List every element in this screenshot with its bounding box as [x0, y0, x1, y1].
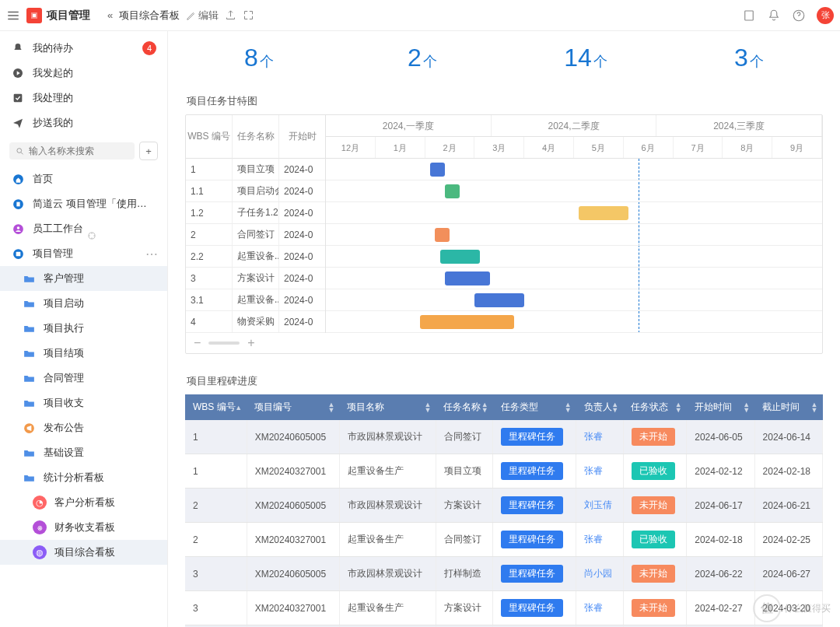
- status-tag: 未开始: [632, 599, 675, 617]
- sidebar-item-proj-finance[interactable]: 项目收支: [0, 391, 167, 415]
- zoom-slider[interactable]: [208, 342, 240, 345]
- table-row[interactable]: 2 XM20240605005 市政园林景观设计 方案设计 里程碑任务 刘玉倩 …: [185, 489, 823, 523]
- gantt-quarter: 2024,二季度: [492, 115, 657, 136]
- gantt-row[interactable]: 3方案设计2024-0: [186, 268, 325, 289]
- table-header[interactable]: 任务状态▲▼: [623, 394, 687, 420]
- sidebar-item-proj-mgmt[interactable]: 项目管理 ⋯: [0, 241, 167, 266]
- gantt-bar[interactable]: [435, 228, 450, 242]
- edit-button[interactable]: 编辑: [186, 9, 219, 23]
- sidebar-item-cc-me[interactable]: 抄送我的: [0, 110, 167, 135]
- status-tag: 未开始: [632, 428, 675, 446]
- gantt-lane: [326, 180, 822, 202]
- sidebar-item-proj-board[interactable]: ◍ 项目综合看板: [0, 540, 167, 565]
- owner-link[interactable]: 刘玉倩: [584, 499, 612, 510]
- user-avatar[interactable]: 张: [817, 7, 834, 24]
- svg-point-4: [17, 148, 22, 152]
- sidebar-item-proj-close[interactable]: 项目结项: [0, 341, 167, 366]
- check-icon: [11, 91, 25, 105]
- sidebar-item-label: 我处理的: [33, 91, 156, 105]
- help-icon[interactable]: [792, 9, 806, 23]
- bell-icon[interactable]: [767, 9, 781, 23]
- sidebar-item-cust-mgmt[interactable]: 客户管理: [0, 266, 167, 291]
- gantt-lane: [326, 311, 822, 333]
- owner-link[interactable]: 尚小园: [584, 568, 612, 579]
- sidebar-item-cust-board[interactable]: ◔ 客户分析看板: [0, 490, 167, 515]
- sidebar-item-basic-settings[interactable]: 基础设置: [0, 440, 167, 465]
- gantt-quarter: 2024,三季度: [656, 115, 822, 136]
- sidebar-item-guide[interactable]: 简道云 项目管理「使用说明」: [0, 191, 167, 216]
- sidebar-item-i-processed[interactable]: 我处理的: [0, 86, 167, 110]
- table-header[interactable]: 开始时间▲▼: [687, 394, 754, 420]
- gantt-bar[interactable]: [445, 184, 460, 198]
- book-icon[interactable]: [742, 9, 756, 23]
- search-input[interactable]: [29, 145, 128, 156]
- sidebar-item-stat-board[interactable]: 统计分析看板: [0, 465, 167, 490]
- gantt-lane: [326, 224, 822, 246]
- zoom-out-icon[interactable]: −: [194, 336, 201, 350]
- owner-link[interactable]: 张睿: [584, 602, 603, 613]
- search-input-wrap[interactable]: [9, 142, 135, 159]
- gantt-month: 8月: [723, 137, 772, 158]
- sidebar-item-contract-mgmt[interactable]: 合同管理: [0, 366, 167, 391]
- collapse-crumb-icon[interactable]: «: [107, 9, 113, 21]
- svg-rect-7: [16, 201, 19, 206]
- table-header[interactable]: 截止时间▲▼: [754, 394, 822, 420]
- sidebar-item-proj-exec[interactable]: 项目执行: [0, 316, 167, 341]
- gantt-bar[interactable]: [474, 293, 524, 307]
- gantt-row[interactable]: 1.1项目启动会2024-0: [186, 180, 325, 202]
- status-tag: 未开始: [632, 565, 675, 583]
- gantt-month: 9月: [772, 137, 822, 158]
- sidebar-item-emp-workbench[interactable]: 员工工作台: [0, 216, 167, 241]
- sidebar-item-proj-start[interactable]: 项目启动: [0, 291, 167, 316]
- play-icon: [11, 66, 25, 80]
- sidebar-item-label: 基础设置: [44, 446, 156, 460]
- gantt-quarter: 2024,一季度: [326, 115, 492, 136]
- sidebar-item-i-started[interactable]: 我发起的: [0, 61, 167, 86]
- gantt-bar[interactable]: [579, 206, 628, 220]
- table-row[interactable]: 1 XM20240605005 市政园林景观设计 合同签订 里程碑任务 张睿 未…: [185, 420, 823, 454]
- svg-rect-12: [16, 251, 20, 256]
- owner-link[interactable]: 张睿: [584, 431, 603, 442]
- expand-icon[interactable]: [243, 9, 254, 21]
- table-header[interactable]: 任务类型▲▼: [493, 394, 576, 420]
- sidebar-item-announce[interactable]: 发布公告: [0, 415, 167, 440]
- gantt-row[interactable]: 3.1起重设备...2024-0: [186, 289, 325, 311]
- sidebar: 我的待办 4 我发起的 我处理的 抄送我的 + 首页 简道: [0, 31, 168, 627]
- menu-icon[interactable]: [6, 9, 20, 23]
- zoom-in-icon[interactable]: +: [247, 336, 254, 350]
- gantt-lane: [326, 246, 822, 268]
- task-type-tag: 里程碑任务: [501, 599, 563, 617]
- gantt-bar[interactable]: [445, 271, 489, 285]
- table-header[interactable]: WBS 编号▲: [185, 394, 247, 420]
- sidebar-item-home[interactable]: 首页: [0, 166, 167, 191]
- folder-icon: [22, 321, 36, 335]
- owner-link[interactable]: 张睿: [584, 534, 603, 545]
- table-row[interactable]: 2 XM20240327001 起重设备生产 合同签订 里程碑任务 张睿 已验收…: [185, 523, 823, 557]
- breadcrumb-current: 项目综合看板: [119, 9, 180, 23]
- gantt-row[interactable]: 1项目立项2024-0: [186, 159, 325, 180]
- share-icon[interactable]: [225, 9, 236, 21]
- gantt-row[interactable]: 2合同签订2024-0: [186, 224, 325, 246]
- gantt-bar[interactable]: [430, 163, 445, 177]
- add-button[interactable]: +: [139, 142, 158, 160]
- more-icon[interactable]: ⋯: [145, 247, 156, 261]
- stat-card: 8个: [187, 44, 331, 72]
- sidebar-item-label: 项目启动: [44, 296, 156, 310]
- gantt-bar[interactable]: [420, 315, 514, 329]
- owner-link[interactable]: 张睿: [584, 465, 603, 476]
- gantt-row[interactable]: 1.2子任务1.22024-0: [186, 202, 325, 224]
- table-row[interactable]: 3 XM20240605005 市政园林景观设计 打样制造 里程碑任务 尚小园 …: [185, 557, 823, 591]
- pencil-icon: [186, 10, 197, 21]
- table-row[interactable]: 1 XM20240327001 起重设备生产 项目立项 里程碑任务 张睿 已验收…: [185, 454, 823, 489]
- table-header[interactable]: 项目名称▲▼: [339, 394, 436, 420]
- sidebar-item-label: 项目执行: [44, 321, 156, 335]
- gantt-row[interactable]: 4物资采购2024-0: [186, 311, 325, 333]
- table-row[interactable]: 3 XM20240327001 起重设备生产 方案设计 里程碑任务 张睿 未开始…: [185, 591, 823, 625]
- table-header[interactable]: 任务名称▲▼: [436, 394, 492, 420]
- sidebar-item-finance-board[interactable]: ⎈ 财务收支看板: [0, 515, 167, 540]
- table-header[interactable]: 项目编号▲▼: [247, 394, 339, 420]
- table-header[interactable]: 负责人▲▼: [576, 394, 623, 420]
- gantt-row[interactable]: 2.2起重设备...2024-0: [186, 246, 325, 268]
- sidebar-item-my-todo[interactable]: 我的待办 4: [0, 36, 167, 61]
- gantt-bar[interactable]: [440, 250, 480, 264]
